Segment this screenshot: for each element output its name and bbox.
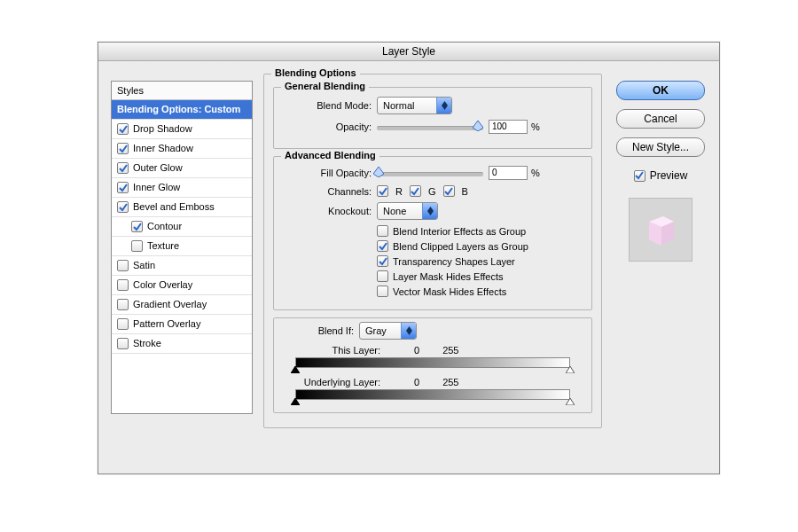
- percent-label: %: [531, 121, 540, 132]
- blend-if-channel-select[interactable]: Gray: [359, 322, 417, 340]
- style-checkbox[interactable]: [117, 318, 129, 330]
- select-arrows-icon: [401, 323, 416, 339]
- blend-mode-label: Blend Mode:: [283, 100, 372, 111]
- style-row-drop-shadow[interactable]: Drop Shadow: [112, 120, 252, 139]
- style-row-satin[interactable]: Satin: [112, 256, 252, 276]
- fill-opacity-value[interactable]: 0: [489, 166, 528, 180]
- slider-thumb-icon[interactable]: [473, 121, 483, 131]
- style-row-label: Satin: [133, 256, 155, 275]
- preview-label: Preview: [650, 169, 688, 182]
- style-row-outer-glow[interactable]: Outer Glow: [112, 159, 252, 178]
- svg-marker-8: [291, 366, 300, 373]
- preview-swatch: [629, 198, 692, 262]
- opacity-value[interactable]: 100: [489, 120, 528, 134]
- channel-b-checkbox[interactable]: [443, 185, 455, 197]
- styles-list: Styles Blending Options: CustomDrop Shad…: [111, 81, 253, 414]
- blend-if-channel: Gray: [360, 325, 401, 336]
- adv-opt-checkbox[interactable]: [377, 225, 388, 237]
- style-row-label: Stroke: [133, 334, 161, 353]
- adv-opt-layer-mask-hides-effects: Layer Mask Hides Effects: [377, 270, 583, 282]
- style-row-label: Outer Glow: [133, 159, 183, 177]
- adv-opt-vector-mask-hides-effects: Vector Mask Hides Effects: [377, 286, 583, 297]
- percent-label: %: [531, 168, 540, 178]
- adv-opt-label: Blend Interior Effects as Group: [393, 226, 526, 237]
- svg-marker-10: [291, 398, 300, 405]
- style-checkbox[interactable]: [117, 201, 129, 213]
- channel-r-checkbox[interactable]: [377, 185, 388, 197]
- adv-opt-blend-clipped-layers-as-group: Blend Clipped Layers as Group: [377, 240, 583, 252]
- style-checkbox[interactable]: [131, 221, 143, 232]
- select-arrows-icon: [436, 98, 451, 113]
- style-row-label: Texture: [147, 237, 179, 255]
- blend-mode-value: Normal: [378, 100, 436, 111]
- adv-opt-label: Layer Mask Hides Effects: [393, 271, 504, 282]
- svg-marker-7: [406, 331, 412, 335]
- general-blending-legend: General Blending: [281, 81, 369, 91]
- style-checkbox[interactable]: [117, 338, 129, 349]
- adv-opt-label: Vector Mask Hides Effects: [393, 286, 506, 297]
- window-title: Layer Style: [98, 43, 719, 61]
- underlying-gradient[interactable]: [295, 389, 570, 402]
- this-layer-high: 255: [442, 345, 458, 356]
- adv-opt-transparency-shapes-layer: Transparency Shapes Layer: [377, 255, 583, 267]
- svg-marker-3: [373, 167, 384, 177]
- gradient-handle-icon[interactable]: [566, 398, 575, 405]
- adv-opt-checkbox[interactable]: [377, 255, 388, 267]
- style-checkbox[interactable]: [117, 260, 129, 271]
- channels-label: Channels:: [283, 186, 372, 197]
- knockout-value: None: [378, 206, 422, 216]
- style-row-bevel-and-emboss[interactable]: Bevel and Emboss: [112, 198, 252, 217]
- style-row-stroke[interactable]: Stroke: [112, 334, 252, 354]
- adv-opt-checkbox[interactable]: [377, 270, 388, 282]
- style-checkbox[interactable]: [117, 123, 129, 135]
- style-row-inner-shadow[interactable]: Inner Shadow: [112, 139, 252, 159]
- fill-opacity-label: Fill Opacity:: [283, 168, 372, 178]
- adv-opt-label: Transparency Shapes Layer: [393, 256, 515, 267]
- adv-opt-checkbox[interactable]: [377, 286, 388, 297]
- style-checkbox[interactable]: [117, 182, 129, 193]
- gradient-handle-icon[interactable]: [291, 398, 300, 405]
- new-style-button[interactable]: New Style...: [616, 137, 705, 157]
- style-row-label: Drop Shadow: [133, 120, 192, 138]
- style-checkbox[interactable]: [117, 279, 129, 291]
- svg-marker-5: [427, 211, 434, 215]
- cancel-button[interactable]: Cancel: [616, 109, 705, 129]
- style-row-label: Color Overlay: [133, 276, 192, 294]
- knockout-select[interactable]: None: [377, 202, 438, 220]
- svg-marker-2: [473, 121, 483, 131]
- style-row-pattern-overlay[interactable]: Pattern Overlay: [112, 315, 252, 334]
- fill-opacity-slider[interactable]: [377, 167, 483, 179]
- style-checkbox[interactable]: [117, 299, 129, 310]
- style-row-label: Inner Shadow: [133, 139, 193, 158]
- this-layer-gradient[interactable]: [295, 357, 570, 370]
- styles-header: Styles: [112, 82, 252, 100]
- ok-button[interactable]: OK: [616, 81, 705, 100]
- style-row-label: Bevel and Emboss: [133, 198, 215, 216]
- style-row-contour[interactable]: Contour: [112, 217, 252, 237]
- channel-g-label: G: [428, 186, 436, 197]
- adv-opt-checkbox[interactable]: [377, 240, 388, 252]
- style-checkbox[interactable]: [117, 162, 129, 174]
- style-row-blending-options-custom[interactable]: Blending Options: Custom: [112, 100, 252, 120]
- svg-marker-9: [566, 366, 575, 373]
- slider-thumb-icon[interactable]: [373, 167, 384, 177]
- channel-r-label: R: [395, 186, 403, 197]
- style-row-gradient-overlay[interactable]: Gradient Overlay: [112, 295, 252, 315]
- blend-mode-select[interactable]: Normal: [377, 97, 452, 114]
- opacity-slider[interactable]: [377, 121, 483, 133]
- blend-if-label: Blend If:: [283, 325, 354, 336]
- style-checkbox[interactable]: [131, 240, 143, 252]
- cube-icon: [642, 211, 679, 248]
- gradient-handle-icon[interactable]: [291, 366, 300, 373]
- style-row-texture[interactable]: Texture: [112, 237, 252, 256]
- style-checkbox[interactable]: [117, 143, 129, 154]
- adv-opt-label: Blend Clipped Layers as Group: [393, 241, 528, 252]
- channel-g-checkbox[interactable]: [410, 185, 421, 197]
- gradient-handle-icon[interactable]: [566, 366, 575, 373]
- channel-b-label: B: [462, 186, 468, 197]
- style-row-inner-glow[interactable]: Inner Glow: [112, 178, 252, 198]
- select-arrows-icon: [422, 203, 437, 219]
- style-row-color-overlay[interactable]: Color Overlay: [112, 276, 252, 295]
- preview-checkbox[interactable]: [634, 170, 645, 182]
- this-layer-low: 0: [414, 345, 419, 356]
